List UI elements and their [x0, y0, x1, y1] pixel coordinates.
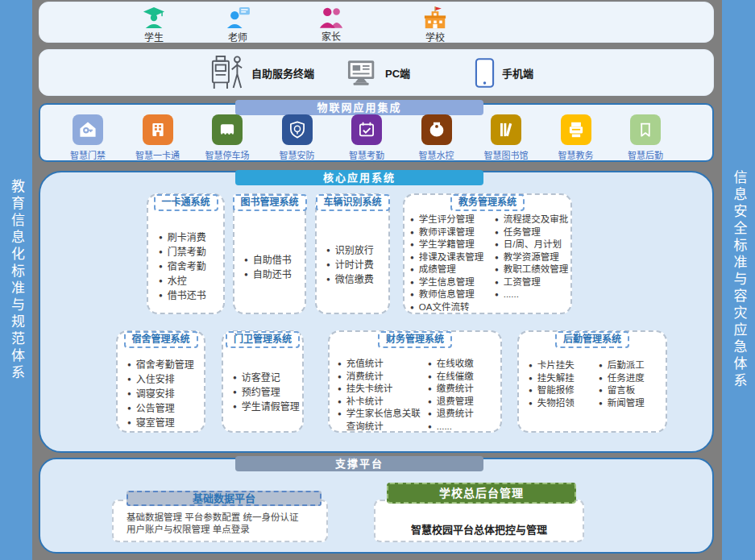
list-item: ●预约管理 — [233, 385, 301, 400]
iot-icon-row: 智慧门禁 智慧一卡通 — [58, 114, 675, 161]
smart-campus-architecture-diagram: 教育信息化标准与规范体系 信息安全标准与容灾应急体系 学生 — [0, 0, 755, 560]
system-title: 后勤管理系统 — [555, 331, 629, 348]
student-icon — [142, 6, 166, 29]
system-box-finance: 财务管理系统 ●充值统计●消费统计●挂失卡统计●补卡统计●学生家长信息关联查询统… — [328, 330, 502, 433]
system-box-edu-admin: 教务管理系统 ●学生评分管理●教师评课管理●学生学籍管理●排课及课表管理●成绩管… — [403, 193, 572, 314]
user-role-school: 学校 — [409, 6, 461, 44]
list-item: ●留言板 — [599, 384, 666, 397]
system-box-library: 图书管理系统 ●自助借书●自助还书 — [233, 193, 306, 314]
list-item: ●工资管理 — [495, 276, 570, 289]
teacher-icon — [225, 6, 251, 29]
list-item: ●教职工绩效管理 — [495, 263, 570, 276]
list-item: ●失物招领 — [529, 397, 599, 410]
base-platform-line: 基础数据管理 平台参数配置 统一身份认证 — [127, 512, 326, 524]
iot-item-label: 智慧安防 — [280, 148, 315, 161]
list-item: ●成绩管理 — [410, 263, 495, 276]
iot-header: 物联网应用集成 — [235, 100, 483, 115]
pc-icon — [347, 60, 378, 86]
iot-item-security: 智慧安防 — [268, 114, 327, 161]
system-title: 宿舍管理系统 — [123, 331, 197, 348]
system-item-list: ●学生评分管理●教师评课管理●学生学籍管理●排课及课表管理●成绩管理●学生信息管… — [410, 214, 495, 313]
system-box-logistics: 后勤管理系统 ●卡片挂失●挂失解挂●智能报修●失物招领 ●后勤派工●任务进度●留… — [517, 330, 667, 433]
list-item: ●学生请假管理 — [233, 400, 301, 414]
iot-panel: 物联网应用集成 智慧门禁 — [39, 103, 714, 162]
logistics-icon — [630, 114, 661, 145]
list-item: ●教学资源管理 — [495, 251, 570, 264]
iot-item-label: 智慧考勤 — [349, 148, 384, 161]
iot-item-attendance: 智慧考勤 — [337, 114, 396, 161]
list-item: ●后勤派工 — [599, 359, 666, 372]
list-item: ●调寝安排 — [127, 387, 202, 401]
terminal-kiosk: 自助服务终端 — [210, 50, 314, 95]
system-box-dorm: 宿舍管理系统 ●宿舍考勤管理●入住安排●调寝安排●公告管理●寝室管理 — [116, 330, 205, 433]
left-pillar: 教育信息化标准与规范体系 — [0, 0, 32, 560]
list-item: ●自助还书 — [244, 268, 303, 282]
list-item: ●入住安排 — [127, 372, 202, 387]
user-role-label: 老师 — [228, 30, 247, 44]
base-data-platform-badge: 基础数据平台 — [127, 491, 321, 506]
list-item: ●消费统计 — [338, 371, 428, 384]
system-title: 图书管理系统 — [232, 194, 306, 211]
support-header: 支撑平台 — [235, 456, 483, 471]
iot-item-edu-admin: 智慧教务 — [546, 114, 606, 161]
user-role-parent: 家长 — [305, 6, 357, 43]
right-pillar: 信息安全标准与容灾应急体系 — [722, 0, 755, 560]
system-title: 一卡通系统 — [153, 194, 218, 211]
iot-item-label: 智慧一卡通 — [135, 148, 180, 161]
list-item: ●在线收缴 — [428, 358, 500, 371]
iot-item-water-control: 智慧水控 — [407, 114, 467, 161]
left-pillar-label: 教育信息化标准与规范体系 — [0, 179, 32, 382]
security-icon — [282, 114, 313, 145]
system-item-list: ●流程提交及审批●任务管理●日/周、月计划●教学资源管理●教职工绩效管理●工资管… — [495, 214, 570, 313]
system-title: 教务管理系统 — [450, 194, 525, 211]
iot-item-label: 智慧教务 — [558, 148, 594, 161]
iot-item-label: 智慧图书馆 — [484, 148, 529, 161]
user-roles-panel: 学生 老师 — [39, 2, 714, 43]
system-box-gate: 门卫管理系统 ●访客登记●预约管理●学生请假管理 — [222, 330, 304, 433]
system-title: 车辆识别系统 — [315, 194, 389, 211]
list-item: ●公告管理 — [127, 401, 202, 416]
parking-icon — [212, 114, 243, 145]
system-item-list: ●刷卡消费●门禁考勤●宿舍考勤●水控●借书还书 — [148, 195, 223, 303]
iot-item-parking: 智慧停车场 — [197, 114, 257, 161]
iot-item-label: 智慧停车场 — [205, 148, 250, 161]
list-item: ●补卡统计 — [338, 396, 428, 409]
list-item: ●学生学籍管理 — [410, 239, 495, 251]
onecard-icon — [143, 114, 173, 145]
terminal-label: 自助服务终端 — [251, 65, 314, 81]
list-item: ●任务管理 — [495, 226, 570, 239]
kiosk-icon — [210, 54, 244, 91]
list-item: ●任务进度 — [599, 372, 666, 385]
list-item: ●学生信息管理 — [410, 276, 495, 289]
list-item: ●退费统计 — [428, 408, 500, 421]
list-item: ●学生评分管理 — [410, 214, 495, 226]
list-item: ●宿舍考勤管理 — [127, 358, 202, 372]
edu-admin-icon — [561, 114, 591, 145]
iot-item-label: 智慧水控 — [419, 148, 454, 161]
water-control-icon — [421, 114, 452, 145]
terminals-panel: 自助服务终端 PC端 — [39, 49, 714, 96]
user-role-teacher: 老师 — [212, 6, 263, 44]
library-icon — [491, 114, 521, 145]
system-item-list: ●卡片挂失●挂失解挂●智能报修●失物招领 — [529, 359, 599, 409]
terminal-mobile: 手机端 — [475, 50, 533, 95]
system-title: 门卫管理系统 — [226, 331, 300, 348]
terminal-label: 手机端 — [502, 65, 533, 81]
list-item: ●教师信息管理 — [410, 288, 495, 301]
list-item: ●学生家长信息关联查询统计 — [338, 408, 428, 433]
base-platform-line: 用户账户与权限管理 单点登录 — [127, 524, 326, 536]
system-item-list: ●后勤派工●任务进度●留言板●新闻管理 — [599, 359, 666, 409]
list-item: ●充值统计 — [338, 358, 428, 371]
list-item: ●缴费统计 — [428, 383, 500, 396]
core-systems-section: 核心应用系统 一卡通系统 ●刷卡消费●门禁考勤●宿舍考勤●水控●借书还书 图书管… — [39, 171, 714, 453]
list-item: ●...... — [495, 288, 570, 301]
list-item: ●挂失解挂 — [529, 372, 599, 385]
phone-icon — [475, 57, 495, 89]
support-platform-section: 支撑平台 基础数据平台 基础数据管理 平台参数配置 统一身份认证 用户账户与权限… — [39, 458, 714, 554]
list-item: ●寝室管理 — [127, 416, 202, 430]
list-item: ●识别放行 — [326, 243, 387, 258]
door-access-icon — [73, 114, 103, 145]
iot-item-logistics: 智慧后勤 — [616, 114, 675, 161]
list-item: ●门禁考勤 — [159, 245, 222, 259]
list-item: ●新闻管理 — [599, 397, 666, 410]
